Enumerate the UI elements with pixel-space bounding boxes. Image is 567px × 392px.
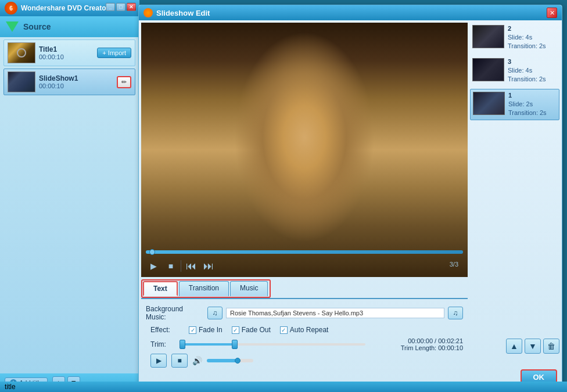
music-filename: Rosie Thomas,Sufjan Stevens - Say Hello.… <box>226 308 444 318</box>
trim-play-button[interactable]: ▶ <box>150 354 167 368</box>
slide-image-3 <box>473 59 504 81</box>
trim-length: Trim Length: 00:00:10 <box>370 344 463 351</box>
source-bar: Source <box>0 16 139 37</box>
trim-time-range: 00:00:00 / 00:02:21 <box>370 337 463 344</box>
title-item-slideshow[interactable]: SlideShow1 00:00:10 ✏ <box>3 69 135 95</box>
slide-num-2: 2 <box>508 25 557 32</box>
slide-item-2[interactable]: 2 Slide: 4s Transition: 2s <box>470 23 559 53</box>
progress-dot[interactable] <box>149 249 155 255</box>
status-bar: title <box>0 382 567 392</box>
fade-in-checkbox[interactable] <box>189 326 196 334</box>
slide-slide-3: Slide: 4s <box>508 66 557 75</box>
slide-item-1[interactable]: 1 Slide: 2s Transition: 2s <box>470 89 559 121</box>
trim-label: Trim: <box>150 340 175 348</box>
tabs-container: Text Transition Music Background Music: … <box>141 279 468 370</box>
trim-row: Trim: 00:00:00 / 00:02:21 Trim Length: 0… <box>146 337 463 351</box>
main-close-button[interactable]: ✕ <box>127 3 136 11</box>
slide-delete-button[interactable]: 🗑 <box>543 339 559 354</box>
slide-list: 2 Slide: 4s Transition: 2s 3 Slide: 4s T… <box>470 23 559 355</box>
dialog-logo-icon <box>143 8 153 17</box>
edit-slideshow-button[interactable]: ✏ <box>117 76 131 88</box>
title-duration-slideshow: 00:00:10 <box>39 82 113 89</box>
side-action-buttons: ▲ ▼ 🗑 <box>506 339 559 354</box>
slide-image-1 <box>473 92 504 114</box>
tab-text[interactable]: Text <box>143 281 178 296</box>
play-button[interactable]: ▶ <box>146 258 161 274</box>
slide-num-1: 1 <box>508 92 557 99</box>
volume-handle <box>235 358 241 364</box>
music-label: Background Music: <box>146 305 204 321</box>
time-display: 3/3 <box>450 261 458 268</box>
control-separator <box>181 260 181 272</box>
status-title-label: title <box>5 383 16 391</box>
tab-music[interactable]: Music <box>230 281 268 296</box>
slide-image-2 <box>473 26 504 48</box>
title-name-1: Title1 <box>39 45 94 53</box>
app-logo-icon: 6 <box>5 2 17 15</box>
dialog-title: Slideshow Edit <box>156 9 547 17</box>
dialog-close-button[interactable]: ✕ <box>547 8 557 18</box>
volume-slider[interactable] <box>207 359 253 362</box>
progress-bar-container[interactable] <box>146 250 463 254</box>
video-container: ▶ ■ ⏮ ⏭ 3/3 <box>141 23 468 277</box>
trim-handle-right[interactable] <box>232 340 238 349</box>
video-frame <box>141 23 468 277</box>
slide-thumb-2 <box>472 25 504 48</box>
film-icon-1 <box>17 48 26 57</box>
slide-transition-1: Transition: 2s <box>508 109 557 117</box>
slide-up-button[interactable]: ▲ <box>506 339 522 354</box>
stop-button[interactable]: ■ <box>163 258 178 274</box>
title-duration-1: 00:00:10 <box>39 53 94 60</box>
thumb-image-slideshow <box>8 72 35 92</box>
trim-track <box>180 343 365 346</box>
slide-down-button[interactable]: ▼ <box>525 339 541 354</box>
slide-slide-2: Slide: 4s <box>508 33 557 42</box>
slide-thumb-1 <box>473 92 505 115</box>
title-item-1[interactable]: Title1 00:00:10 + Import <box>3 39 135 66</box>
slide-item-3[interactable]: 3 Slide: 4s Transition: 2s <box>470 56 559 87</box>
slide-transition-2: Transition: 2s <box>508 42 557 51</box>
fade-in-label: Fade In <box>199 326 223 334</box>
music-section: Background Music: ♫ Rosie Thomas,Sufjan … <box>141 303 468 370</box>
app-titlebar: 6 Wondershare DVD Creator _ □ ✕ <box>0 0 139 16</box>
slide-info-3: 3 Slide: 4s Transition: 2s <box>508 58 557 84</box>
dialog-titlebar: Slideshow Edit ✕ <box>139 5 562 20</box>
fade-in-group: Fade In <box>189 326 223 334</box>
title-thumb-1 <box>8 42 35 63</box>
title-info-slideshow: SlideShow1 00:00:10 <box>39 74 113 89</box>
window-controls: _ □ ✕ <box>106 3 136 11</box>
music-remove-button[interactable]: ♫ <box>448 307 463 319</box>
video-overlay <box>211 23 397 277</box>
slideshow-edit-dialog: Slideshow Edit ✕ ▶ ■ ⏮ ⏭ 3/3 <box>138 5 562 388</box>
trim-slider[interactable] <box>180 339 365 350</box>
prev-frame-button[interactable]: ⏮ <box>184 258 199 274</box>
trim-handle-left[interactable] <box>180 340 185 349</box>
source-label: Source <box>23 22 51 31</box>
playback-controls: ▶ ■ ⏮ ⏭ 3/3 <box>146 258 463 274</box>
trim-stop-button[interactable]: ■ <box>171 354 188 368</box>
trim-playback-row: ▶ ■ 🔊 <box>146 354 463 368</box>
import-button[interactable]: + Import <box>97 48 131 58</box>
effect-label: Effect: <box>150 326 180 334</box>
maximize-button[interactable]: □ <box>116 3 125 11</box>
slide-info-2: 2 Slide: 4s Transition: 2s <box>508 25 557 51</box>
app-title: Wondershare DVD Creator <box>21 4 109 12</box>
auto-repeat-checkbox[interactable] <box>280 326 288 334</box>
slide-transition-3: Transition: 2s <box>508 75 557 84</box>
title-name-slideshow: SlideShow1 <box>39 74 113 82</box>
slide-thumb-3 <box>472 58 504 81</box>
music-add-button[interactable]: ♫ <box>207 307 223 319</box>
title-thumb-slideshow <box>8 71 35 92</box>
effect-row: Effect: Fade In Fade Out Auto Repeat <box>146 326 463 334</box>
auto-repeat-group: Auto Repeat <box>280 326 329 334</box>
fade-out-checkbox[interactable] <box>232 326 239 334</box>
progress-bar-fill <box>146 250 463 254</box>
title-info-1: Title1 00:00:10 <box>39 45 94 60</box>
minimize-button[interactable]: _ <box>106 3 115 11</box>
video-player: ▶ ■ ⏮ ⏭ 3/3 <box>141 23 468 277</box>
tab-transition[interactable]: Transition <box>179 281 229 296</box>
next-frame-button[interactable]: ⏭ <box>201 258 216 274</box>
fade-out-group: Fade Out <box>232 326 271 334</box>
slide-info-1: 1 Slide: 2s Transition: 2s <box>508 92 557 118</box>
slide-num-3: 3 <box>508 58 557 65</box>
